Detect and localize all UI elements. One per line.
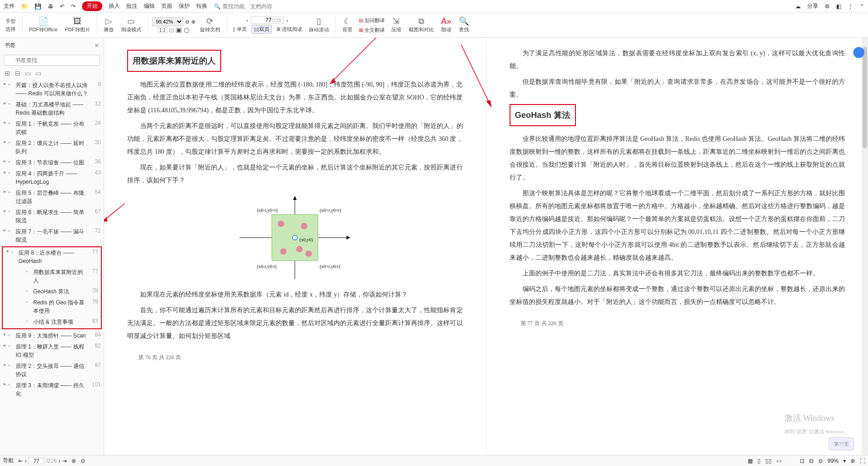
tool-read-mode[interactable]: ▭阅读模式: [118, 16, 144, 34]
zoom-out-status-icon[interactable]: ⊖: [818, 458, 823, 464]
tool-crop-compare[interactable]: ⧉截图和对比: [406, 16, 437, 34]
bookmark-item[interactable]: ▸▫基础：万丈高楼平地起 —— Redis 基础数据结构12: [0, 99, 104, 118]
bookmark-item[interactable]: ▸▫应用 7：一毛不拔 —— 漏斗限流72: [0, 226, 104, 245]
add-bookmark-icon[interactable]: ⊞: [5, 70, 10, 77]
global-search-input[interactable]: [223, 3, 287, 10]
tool-compress[interactable]: ⇲压缩: [388, 16, 404, 34]
tool-auto-scroll[interactable]: ▯自动滚动: [306, 16, 332, 34]
gear-icon[interactable]: ⚙: [825, 3, 830, 10]
bookmark-item[interactable]: ▫用数据库来算附近的人77: [3, 267, 101, 286]
view-single-icon[interactable]: ▯: [757, 458, 761, 464]
bookmark-item[interactable]: ▸▫应用 3：节衣缩食 —— 位图36: [0, 157, 104, 168]
menu-annotate[interactable]: 批注: [126, 2, 137, 10]
menu-page[interactable]: 页面: [161, 2, 172, 10]
bookmark-item[interactable]: ▫GeoHash 算法78: [3, 286, 101, 297]
tool-hand[interactable]: 手型选择: [3, 17, 18, 34]
tool-rotate[interactable]: ⟳旋转文档: [197, 16, 223, 34]
tool-pdf2img[interactable]: 🖼PDF转图片: [62, 16, 93, 34]
single-page-btn[interactable]: ▯单页: [231, 25, 249, 34]
bookmark-item[interactable]: ▸▫应用 9：大海捞针 —— Scan84: [0, 330, 104, 341]
view-double-icon[interactable]: ▯▯: [765, 458, 772, 464]
collapse-icon[interactable]: ▭: [25, 70, 31, 77]
rotate-icon: ⟳: [206, 17, 213, 25]
more-icon[interactable]: ⋮: [848, 3, 853, 10]
save-icon[interactable]: 💾: [35, 3, 41, 10]
mark-translate-btn[interactable]: ⊟划词翻译: [357, 16, 387, 25]
bookmark-item[interactable]: ▸▫原理 2：交头接耳 —— 通信协议97: [0, 361, 104, 380]
bookmark-item[interactable]: ▸▫原理 3：未雨绸缪 —— 持久化101: [0, 380, 104, 399]
folder-icon[interactable]: 📁: [21, 3, 28, 10]
page-number-input[interactable]: /226: [251, 17, 283, 24]
zoom-dropdown-icon[interactable]: ▾: [843, 458, 846, 464]
next-page-icon[interactable]: ›: [287, 17, 288, 23]
tool-play[interactable]: ▷播放: [101, 16, 117, 34]
double-page-btn[interactable]: ▯▯双页: [252, 25, 272, 34]
menu-file[interactable]: 文件: [4, 2, 15, 10]
tool-find[interactable]: 🔍查找: [456, 16, 472, 34]
redo-icon[interactable]: ↷: [71, 3, 76, 10]
fit-page-icon[interactable]: ▢: [169, 27, 174, 33]
menu-edit[interactable]: 编辑: [144, 2, 155, 10]
first-page-icon[interactable]: ⇤: [18, 458, 23, 464]
bookmark-item[interactable]: ▸▫应用 4：四两拨千斤 —— HyperLogLog43: [0, 168, 104, 187]
status-add-icon[interactable]: ⊕: [71, 458, 76, 464]
print-icon[interactable]: 🖶: [48, 3, 53, 10]
full-translate-btn[interactable]: ⊞全文翻译: [357, 26, 387, 35]
bookmark-list[interactable]: ▸▫开篇：授人以鱼不若授人以渔 —— Redis 可以用来做什么？8▸▫基础：万…: [0, 79, 104, 455]
menu-start[interactable]: 开始: [82, 1, 102, 11]
vertical-scrollbar[interactable]: [862, 38, 868, 455]
marquee-zoom-icon[interactable]: ◯: [184, 27, 189, 33]
status-page-input[interactable]: [29, 458, 44, 464]
fit-actual-icon[interactable]: ▣: [176, 27, 182, 33]
zoom-out-icon[interactable]: ⊖: [185, 19, 189, 25]
zoom-in-icon[interactable]: ⊕: [191, 19, 195, 25]
view-book-icon[interactable]: ▭: [776, 458, 781, 464]
fullscreen-icon[interactable]: ⛶: [860, 458, 865, 464]
view-grid-icon[interactable]: ▦: [748, 458, 753, 464]
global-search[interactable]: 🔍: [214, 3, 287, 10]
page-jump-button[interactable]: 第77页: [829, 437, 854, 450]
bookmark-item[interactable]: ▸▫应用 6：断尾求生 —— 简单限流67: [0, 207, 104, 226]
next-page-status-icon[interactable]: ›: [59, 458, 60, 464]
menu-insert[interactable]: 插入: [109, 2, 120, 10]
status-remove-icon[interactable]: ⊖: [81, 458, 85, 464]
bookmark-item[interactable]: ▾▫应用 8：近水楼台 —— GeoHash77: [3, 247, 101, 267]
tool-read-aloud[interactable]: A»朗读: [439, 16, 454, 34]
bookmark-item[interactable]: ▸▫原理 1：鞭辟入里 —— 线程 IO 模型92: [0, 341, 104, 361]
single-page-icon: ▯: [233, 26, 235, 32]
bookmark-item[interactable]: ▸▫应用 2：缓兵之计 —— 延时队列30: [0, 138, 104, 157]
expand-icon[interactable]: ⌃: [860, 3, 864, 10]
close-icon[interactable]: ✕: [94, 42, 99, 49]
svg-text:(x0,y0): (x0,y0): [299, 237, 313, 243]
continuous-btn[interactable]: ≣连续阅读: [275, 25, 304, 34]
prev-page-icon[interactable]: ‹: [246, 17, 248, 23]
bookmark-item[interactable]: ▫Redis 的 Geo 指令基本使用79: [3, 297, 101, 316]
pdf-icon: 📄: [38, 17, 48, 25]
last-page-icon[interactable]: ⇥: [62, 458, 67, 464]
document-viewport[interactable]: 用数据库来算附近的人 地图元素的位置数据使用二维的经纬度表示，经度范围 (-18…: [104, 38, 868, 455]
svg-marker-5: [346, 236, 350, 239]
zoom-in-status-icon[interactable]: ⊕: [850, 458, 855, 464]
remove-bookmark-icon[interactable]: ⊟: [15, 70, 20, 77]
skin-icon[interactable]: ◧: [836, 3, 841, 10]
menu-convert[interactable]: 转换: [196, 2, 207, 10]
menu-protect[interactable]: 保护: [179, 2, 190, 10]
assistant-badge[interactable]: [853, 47, 864, 58]
bookmark-item[interactable]: ▸▫开篇：授人以鱼不若授人以渔 —— Redis 可以用来做什么？8: [0, 80, 104, 99]
zoom-select[interactable]: 99.42%: [152, 17, 183, 26]
flags-icon[interactable]: ▭: [35, 70, 41, 77]
share-button[interactable]: 分享: [807, 2, 818, 10]
tool-pdf2office[interactable]: 📄PDF转Office: [26, 16, 60, 34]
bookmark-search-input[interactable]: [4, 55, 100, 66]
prev-page-status-icon[interactable]: ‹: [25, 458, 27, 464]
scroll-thumb[interactable]: [862, 47, 867, 148]
fit-2-icon[interactable]: ⊟: [809, 458, 814, 464]
tool-background[interactable]: ☾背景: [340, 16, 355, 34]
bookmark-item[interactable]: ▸▫应用 5：层峦叠嶂 —— 布隆过滤器54: [0, 187, 104, 207]
cloud-icon[interactable]: ☁: [795, 3, 801, 10]
bookmark-item[interactable]: ▫小结 & 注意事项83: [3, 316, 101, 327]
fit-width-icon[interactable]: 1:1: [158, 27, 168, 33]
fit-1-icon[interactable]: ⊡: [800, 458, 804, 464]
bookmark-item[interactable]: ▸▫应用 1：千帆竞发 —— 分布式锁24: [0, 118, 104, 138]
undo-icon[interactable]: ↶: [60, 3, 65, 10]
